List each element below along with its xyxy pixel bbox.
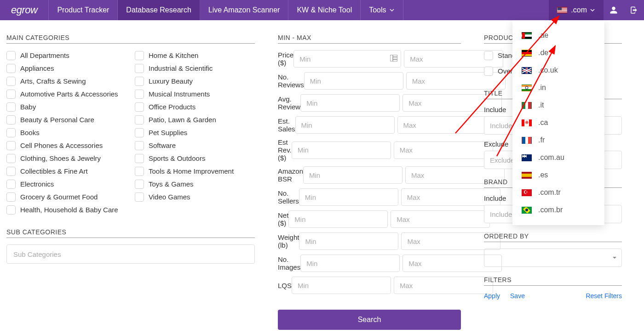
region-option-de[interactable]: .de [512,44,604,62]
minmax-row: LQS [278,277,461,294]
category-all-departments[interactable]: All Departments [6,50,126,61]
nav-item-tools[interactable]: Tools [361,0,403,20]
user-account-button[interactable] [604,0,624,20]
nav-item-kw-niche-tool[interactable]: KW & Niche Tool [288,0,361,20]
logout-button[interactable] [624,0,644,20]
region-option-au[interactable]: .com.au [512,149,604,166]
category-industrial-scientific[interactable]: Industrial & Scientific [135,63,255,74]
checkbox[interactable] [6,102,16,112]
caret-down-icon [612,255,617,260]
min-input[interactable] [292,142,391,159]
checkbox[interactable] [135,141,144,150]
checkbox[interactable] [6,167,16,176]
checkbox[interactable] [135,128,144,137]
category-clothing-shoes-jewelry[interactable]: Clothing, Shoes & Jewelry [6,153,126,164]
search-button[interactable]: Search [278,310,461,330]
region-option-tr[interactable]: .com.tr [512,184,604,201]
checkbox[interactable] [135,102,144,112]
checkbox[interactable] [135,51,144,60]
checkbox[interactable] [6,141,16,150]
region-option-uk[interactable]: .co.uk [512,62,604,79]
min-input[interactable] [299,232,398,250]
max-input[interactable] [394,277,493,294]
checkbox[interactable] [135,90,144,99]
checkbox[interactable] [6,90,16,99]
min-input[interactable] [292,277,391,294]
category-arts-crafts-sewing[interactable]: Arts, Crafts & Sewing [6,76,126,87]
checkbox[interactable] [135,180,144,189]
category-health-household-baby-care[interactable]: Health, Household & Baby Care [6,204,126,215]
max-input[interactable] [391,210,490,228]
checkbox[interactable] [135,77,144,86]
category-luxury-beauty[interactable]: Luxury Beauty [135,76,255,87]
top-navbar: egrow Product TrackerDatabase ResearchLi… [0,0,644,20]
region-option-fr[interactable]: .fr [512,131,604,149]
min-input[interactable] [288,210,388,228]
category-automotive-parts-accessories[interactable]: Automotive Parts & Accessories [6,89,126,100]
checkbox[interactable] [135,192,144,202]
checkbox[interactable] [6,154,16,163]
category-video-games[interactable]: Video Games [135,192,255,203]
region-option-in[interactable]: .in [512,79,604,96]
category-beauty-personal-care[interactable]: Beauty & Personal Care [6,114,126,125]
category-baby[interactable]: Baby [6,102,126,113]
category-sports-outdoors[interactable]: Sports & Outdoors [135,153,255,164]
region-option-es[interactable]: .es [512,166,604,184]
checkbox[interactable] [484,51,493,60]
nav-item-database-research[interactable]: Database Research [118,0,200,20]
region-option-br[interactable]: .com.br [512,201,604,219]
filters-reset-link[interactable]: Reset Filters [586,292,622,300]
category-home-kitchen[interactable]: Home & Kitchen [135,50,255,61]
minmax-label: Net ($) [278,211,288,227]
checkbox[interactable] [135,115,144,125]
nav-item-product-tracker[interactable]: Product Tracker [48,0,118,20]
category-pet-supplies[interactable]: Pet Supplies [135,127,255,138]
category-appliances[interactable]: Appliances [6,63,126,74]
checkbox[interactable] [6,51,16,60]
region-option-ae[interactable]: .ae [512,27,604,44]
max-input[interactable] [394,142,493,159]
checkbox[interactable] [135,64,144,73]
category-office-products[interactable]: Office Products [135,102,255,113]
category-books[interactable]: Books [6,127,126,138]
ordered-by-select[interactable] [484,249,622,267]
min-input[interactable] [295,116,395,134]
checkbox[interactable] [6,64,16,73]
checkbox[interactable] [6,128,16,137]
checkbox[interactable] [6,115,16,125]
checkbox[interactable] [135,154,144,163]
checkbox[interactable] [6,77,16,86]
nav-item-live-amazon-scanner[interactable]: Live Amazon Scanner [200,0,289,20]
checkbox[interactable] [6,180,16,189]
checkbox[interactable] [135,167,144,176]
category-label: Baby [20,102,36,113]
category-tools-home-improvement[interactable]: Tools & Home Improvement [135,166,255,177]
checkbox[interactable] [6,192,16,202]
category-toys-games[interactable]: Toys & Games [135,179,255,190]
category-grocery-gourmet-food[interactable]: Grocery & Gourmet Food [6,192,126,203]
minmax-row: Weight (lb) [278,232,461,250]
min-input[interactable] [304,72,403,90]
min-input[interactable] [299,188,398,206]
nav-item-label: Product Tracker [57,6,109,14]
filters-apply-link[interactable]: Apply [484,292,500,300]
category-collectibles-fine-art[interactable]: Collectibles & Fine Art [6,166,126,177]
category-patio-lawn-garden[interactable]: Patio, Lawn & Garden [135,114,255,125]
category-cell-phones-accessories[interactable]: Cell Phones & Accessories [6,140,126,151]
category-electronics[interactable]: Electronics [6,179,126,190]
min-input[interactable] [293,50,401,68]
min-input[interactable] [303,166,402,184]
max-input[interactable] [397,116,497,134]
category-label: Video Games [149,192,190,203]
checkbox[interactable] [484,67,493,76]
min-input[interactable] [300,255,400,272]
min-input[interactable] [300,94,400,112]
filters-save-link[interactable]: Save [510,292,525,300]
category-musical-instruments[interactable]: Musical Instruments [135,89,255,100]
checkbox[interactable] [6,205,16,215]
region-selector[interactable]: .com [549,0,604,20]
sub-categories-input[interactable] [6,244,255,264]
region-option-it[interactable]: .it [512,96,604,114]
region-option-ca[interactable]: .ca [512,114,604,131]
category-software[interactable]: Software [135,140,255,151]
